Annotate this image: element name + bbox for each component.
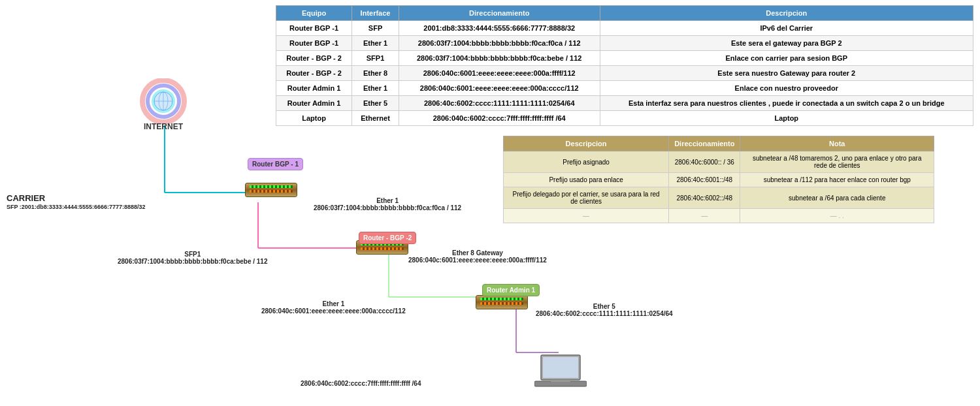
table-row: LaptopEthernet2806:040c:6002:cccc:7fff:f… — [276, 111, 973, 126]
cell-equipo: Router BGP -1 — [276, 21, 352, 36]
cell-descripcion: Este sera nuestro Gateway para router 2 — [600, 66, 973, 81]
col-header-equipo: Equipo — [276, 6, 352, 21]
sfp1-info: SFP1 2806:03f7:1004:bbbb:bbbb:bbbb:f0ca:… — [118, 251, 268, 265]
router-admin1-device — [476, 295, 528, 309]
table-row: Router - BGP - 2Ether 82806:040c:6001:ee… — [276, 66, 973, 81]
router-bgp1-label: Router BGP - 1 — [248, 158, 303, 170]
cell-interface: Ether 5 — [352, 96, 399, 111]
col2-header-nota: Nota — [740, 136, 934, 151]
internet-cloud: INTERNET — [127, 78, 199, 131]
table-row: Router Admin 1Ether 12806:040c:6001:eeee… — [276, 81, 973, 96]
cell2-descripcion: Prefijo usado para enlace — [504, 173, 669, 187]
table-row: Router Admin 1Ether 52806:40c:6002:cccc:… — [276, 96, 973, 111]
ether1-admin1-info: Ether 1 2806:040c:6001:eeee:eeee:eeee:00… — [261, 300, 406, 315]
cell-equipo: Router BGP -1 — [276, 36, 352, 51]
table-row: Prefijo delegado por el carrier, se usar… — [504, 187, 934, 209]
table-row: Router BGP -1SFP2001:db8:3333:4444:5555:… — [276, 21, 973, 36]
ether5-info: Ether 5 2806:40c:6002:cccc:1111:1111:111… — [536, 303, 673, 317]
cell-direccionamiento: 2806:03f7:1004:bbbb:bbbb:bbbb:f0ca:bebe … — [399, 51, 600, 66]
col-header-interface: Interface — [352, 6, 399, 21]
svg-rect-16 — [543, 357, 578, 378]
cell-equipo: Router - BGP - 2 — [276, 51, 352, 66]
cell2-descripcion: — — [504, 209, 669, 223]
table-row: ——— . . — [504, 209, 934, 223]
cell-equipo: Laptop — [276, 111, 352, 126]
svg-rect-18 — [551, 380, 570, 382]
cell-equipo: Router Admin 1 — [276, 81, 352, 96]
laptop-device — [534, 354, 587, 394]
cell2-nota: — . . — [740, 209, 934, 223]
table-row: Prefijo asignado2806:40c:6000:: / 36subn… — [504, 151, 934, 173]
col2-header-descripcion: Descripcion — [504, 136, 669, 151]
cell-direccionamiento: 2806:03f7:1004:bbbb:bbbb:bbbb:f0ca:f0ca … — [399, 36, 600, 51]
cell-interface: Ether 1 — [352, 36, 399, 51]
cell-direccionamiento: 2806:040c:6001:eeee:eeee:eeee:000a:cccc/… — [399, 81, 600, 96]
table-row: Router - BGP - 2SFP12806:03f7:1004:bbbb:… — [276, 51, 973, 66]
cell2-descripcion: Prefijo delegado por el carrier, se usar… — [504, 187, 669, 209]
cell-interface: Ethernet — [352, 111, 399, 126]
ether8-info: Ether 8 Gateway 2806:040c:6001:eeee:eeee… — [408, 249, 547, 264]
cell-interface: Ether 1 — [352, 81, 399, 96]
cell2-nota: subnetear a /112 para hacer enlace con r… — [740, 173, 934, 187]
cell-descripcion: Enlace con nuestro proveedor — [600, 81, 973, 96]
cell-direccionamiento: 2806:40c:6002:cccc:1111:1111:1111:0254/6… — [399, 96, 600, 111]
cell-descripcion: Esta interfaz sera para nuestros cliente… — [600, 96, 973, 111]
cell-descripcion: Laptop — [600, 111, 973, 126]
cell-interface: SFP — [352, 21, 399, 36]
carrier-label: CARRIER SFP :2001:db8:3333:4444:5555:666… — [7, 193, 145, 210]
cell-interface: SFP1 — [352, 51, 399, 66]
table-row: Router BGP -1Ether 12806:03f7:1004:bbbb:… — [276, 36, 973, 51]
cell-direccionamiento: 2806:040c:6002:cccc:7fff:ffff:ffff:ffff … — [399, 111, 600, 126]
router-admin1-label: Router Admin 1 — [482, 284, 540, 296]
cell2-direccionamiento: 2806:40c:6000:: / 36 — [669, 151, 740, 173]
laptop-addr: 2806:040c:6002:cccc:7fff:ffff:ffff:ffff … — [301, 380, 421, 387]
cell2-direccionamiento: — — [669, 209, 740, 223]
prefix-table: Descripcion Direccionamiento Nota Prefij… — [503, 136, 934, 223]
cell-descripcion: Este sera el gateway para BGP 2 — [600, 36, 973, 51]
cell-equipo: Router - BGP - 2 — [276, 66, 352, 81]
cell-direccionamiento: 2001:db8:3333:4444:5555:6666:7777:8888/3… — [399, 21, 600, 36]
main-routing-table: Equipo Interface Direccionamiento Descri… — [276, 5, 973, 126]
cell-descripcion: Enlace con carrier para sesion BGP — [600, 51, 973, 66]
cell2-direccionamiento: 2806:40c:6002::/48 — [669, 187, 740, 209]
table-row: Prefijo usado para enlace2806:40c:6001::… — [504, 173, 934, 187]
cell2-nota: subnetear a /48 tomaremos 2, uno para en… — [740, 151, 934, 173]
svg-rect-17 — [534, 381, 587, 386]
cell-equipo: Router Admin 1 — [276, 96, 352, 111]
router-bgp2-label: Router - BGP -2 — [359, 232, 416, 244]
cell-interface: Ether 8 — [352, 66, 399, 81]
cloud-svg — [127, 78, 199, 124]
col-header-descripcion: Descripcion — [600, 6, 973, 21]
cell2-descripcion: Prefijo asignado — [504, 151, 669, 173]
col-header-direccionamiento: Direccionamiento — [399, 6, 600, 21]
cell-descripcion: IPv6 del Carrier — [600, 21, 973, 36]
cell-direccionamiento: 2806:040c:6001:eeee:eeee:eeee:000a:ffff/… — [399, 66, 600, 81]
ether1-bgp1-info: Ether 1 2806:03f7:1004:bbbb:bbbb:bbbb:f0… — [314, 197, 461, 211]
col2-header-direccionamiento: Direccionamiento — [669, 136, 740, 151]
cell2-direccionamiento: 2806:40c:6001::/48 — [669, 173, 740, 187]
router-bgp1-device — [245, 183, 297, 197]
cell2-nota: subnetear a /64 para cada cliente — [740, 187, 934, 209]
